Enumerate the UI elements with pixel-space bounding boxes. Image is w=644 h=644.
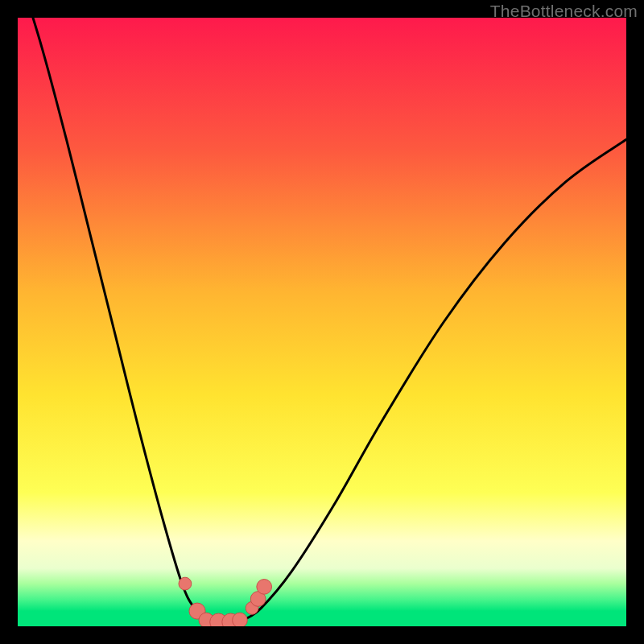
curve-marker bbox=[179, 577, 192, 590]
outer-frame: TheBottleneck.com bbox=[0, 0, 644, 644]
chart-svg bbox=[18, 18, 626, 626]
curve-marker bbox=[233, 613, 248, 626]
watermark-text: TheBottleneck.com bbox=[490, 2, 638, 21]
plot-area bbox=[18, 18, 626, 626]
gradient-bg bbox=[18, 18, 626, 626]
curve-marker bbox=[257, 580, 272, 595]
